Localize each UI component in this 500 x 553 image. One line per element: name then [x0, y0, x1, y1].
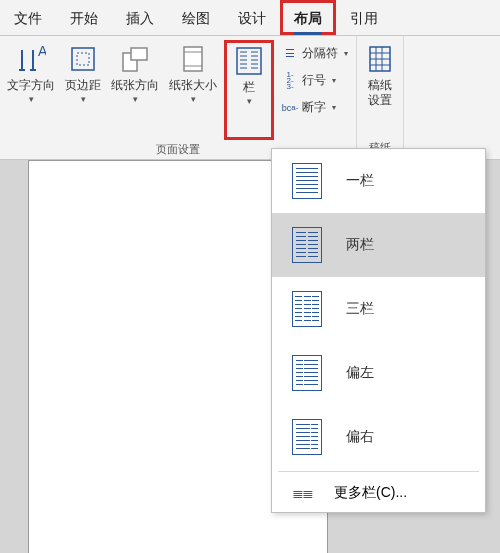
line-numbers-icon: 1-2-3-: [282, 73, 298, 89]
columns-option-one-label: 一栏: [346, 172, 374, 190]
one-column-icon: [292, 163, 322, 199]
margins-button[interactable]: 页边距 ▾: [60, 40, 106, 104]
text-direction-button[interactable]: A 文字方向 ▾: [2, 40, 60, 104]
columns-option-one[interactable]: 一栏: [272, 149, 485, 213]
columns-option-two[interactable]: 两栏: [272, 213, 485, 277]
two-column-icon: [292, 227, 322, 263]
chevron-down-icon: ▾: [191, 94, 196, 104]
size-label: 纸张大小: [169, 78, 217, 93]
svg-text:A: A: [38, 44, 46, 59]
grid-settings-icon: [364, 43, 396, 75]
grid-settings-label: 稿纸 设置: [368, 78, 392, 108]
breaks-button[interactable]: ☰ 分隔符 ▾: [280, 42, 350, 65]
columns-button[interactable]: 栏 ▾: [227, 43, 271, 106]
columns-more-option[interactable]: ≣≣ 更多栏(C)...: [272, 474, 485, 512]
size-button[interactable]: 纸张大小 ▾: [164, 40, 222, 104]
chevron-down-icon: ▾: [344, 49, 348, 58]
line-numbers-button[interactable]: 1-2-3- 行号 ▾: [280, 69, 350, 92]
orientation-button[interactable]: 纸张方向 ▾: [106, 40, 164, 104]
columns-option-right[interactable]: 偏右: [272, 405, 485, 469]
line-numbers-label: 行号: [302, 72, 326, 89]
tab-file[interactable]: 文件: [0, 0, 56, 35]
dropdown-separator: [278, 471, 479, 472]
margins-label: 页边距: [65, 78, 101, 93]
tab-design[interactable]: 设计: [224, 0, 280, 35]
text-direction-icon: A: [15, 43, 47, 75]
columns-dropdown: 一栏 两栏 三栏 偏左 偏右 ≣≣ 更多栏(C)...: [271, 148, 486, 513]
svg-rect-4: [131, 48, 147, 60]
chevron-down-icon: ▾: [332, 103, 336, 112]
tab-layout[interactable]: 布局: [280, 0, 336, 35]
svg-rect-2: [77, 53, 89, 65]
orientation-icon: [119, 43, 151, 75]
columns-option-left[interactable]: 偏左: [272, 341, 485, 405]
breaks-icon: ☰: [282, 46, 298, 62]
svg-rect-1: [72, 48, 94, 70]
tab-home[interactable]: 开始: [56, 0, 112, 35]
ribbon: A 文字方向 ▾ 页边距 ▾ 纸张方向 ▾: [0, 36, 500, 160]
hyphenation-label: 断字: [302, 99, 326, 116]
columns-more-label: 更多栏(C)...: [334, 484, 407, 502]
svg-rect-5: [184, 47, 202, 71]
group-grid-paper: 稿纸 设置 稿纸: [357, 36, 404, 159]
chevron-down-icon: ▾: [29, 94, 34, 104]
tab-insert[interactable]: 插入: [112, 0, 168, 35]
chevron-down-icon: ▾: [133, 94, 138, 104]
columns-option-right-label: 偏右: [346, 428, 374, 446]
breaks-label: 分隔符: [302, 45, 338, 62]
more-columns-icon: ≣≣: [292, 485, 312, 501]
tab-references[interactable]: 引用: [336, 0, 392, 35]
chevron-down-icon: ▾: [332, 76, 336, 85]
columns-option-two-label: 两栏: [346, 236, 374, 254]
columns-label: 栏: [243, 80, 255, 95]
margins-icon: [67, 43, 99, 75]
right-column-icon: [292, 419, 322, 455]
hyphenation-button[interactable]: bca- 断字 ▾: [280, 96, 350, 119]
orientation-label: 纸张方向: [111, 78, 159, 93]
tab-draw[interactable]: 绘图: [168, 0, 224, 35]
grid-settings-button[interactable]: 稿纸 设置: [359, 40, 401, 108]
chevron-down-icon: ▾: [81, 94, 86, 104]
columns-option-three-label: 三栏: [346, 300, 374, 318]
breaks-group: ☰ 分隔符 ▾ 1-2-3- 行号 ▾ bca- 断字 ▾: [276, 40, 354, 121]
group-page-setup: A 文字方向 ▾ 页边距 ▾ 纸张方向 ▾: [0, 36, 357, 159]
columns-icon: [233, 45, 265, 77]
hyphenation-icon: bca-: [282, 100, 298, 116]
columns-button-highlight: 栏 ▾: [224, 40, 274, 140]
tab-bar: 文件 开始 插入 绘图 设计 布局 引用: [0, 0, 500, 36]
text-direction-label: 文字方向: [7, 78, 55, 93]
chevron-down-icon: ▾: [247, 96, 252, 106]
left-column-icon: [292, 355, 322, 391]
columns-option-three[interactable]: 三栏: [272, 277, 485, 341]
columns-option-left-label: 偏左: [346, 364, 374, 382]
three-column-icon: [292, 291, 322, 327]
size-icon: [177, 43, 209, 75]
